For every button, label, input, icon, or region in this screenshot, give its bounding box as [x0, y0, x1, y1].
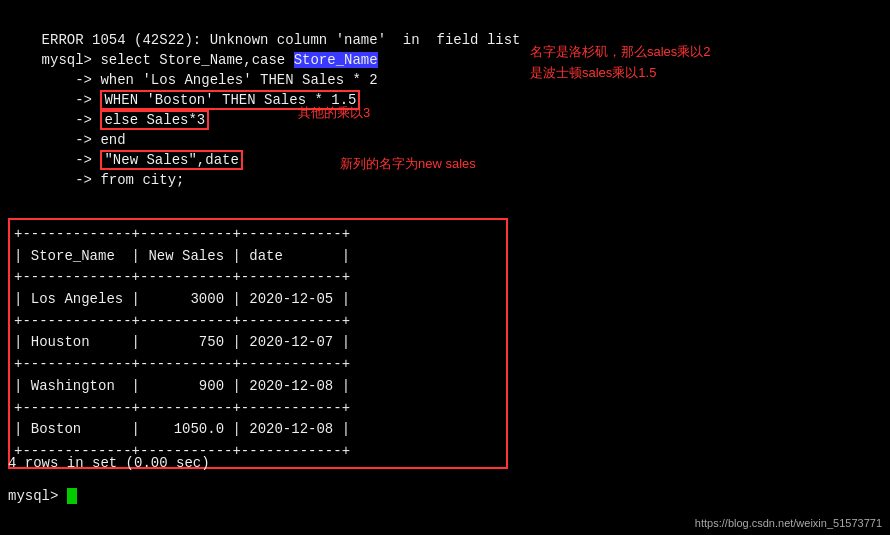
annotation-newsales: 新列的名字为new sales — [340, 155, 476, 173]
watermark: https://blog.csdn.net/weixin_51573771 — [695, 517, 882, 529]
annotation-right: 名字是洛杉矶，那么sales乘以2是波士顿sales乘以1.5 — [530, 42, 830, 84]
table-header: | Store_Name | New Sales | date | — [10, 246, 506, 268]
table-row: | Los Angeles | 3000 | 2020-12-05 | — [10, 289, 506, 311]
table-row: | Boston | 1050.0 | 2020-12-08 | — [10, 419, 506, 441]
table-separator-2: +-------------+-----------+------------+ — [10, 354, 506, 376]
result-table: +-------------+-----------+------------+… — [8, 218, 508, 469]
table-separator-header: +-------------+-----------+------------+ — [10, 267, 506, 289]
table-row: | Houston | 750 | 2020-12-07 | — [10, 332, 506, 354]
cursor — [67, 488, 77, 504]
table-separator-1: +-------------+-----------+------------+ — [10, 311, 506, 333]
table-separator-3: +-------------+-----------+------------+ — [10, 398, 506, 420]
terminal: ERROR 1054 (42S22): Unknown column 'name… — [0, 0, 890, 535]
rows-info: 4 rows in set (0.00 sec) — [8, 455, 210, 471]
annotation-else: 其他的乘以3 — [298, 104, 370, 122]
table-separator-top: +-------------+-----------+------------+ — [10, 224, 506, 246]
mysql-prompt: mysql> — [8, 488, 77, 504]
table-row: | Washington | 900 | 2020-12-08 | — [10, 376, 506, 398]
from-line: -> from city; — [8, 148, 184, 213]
